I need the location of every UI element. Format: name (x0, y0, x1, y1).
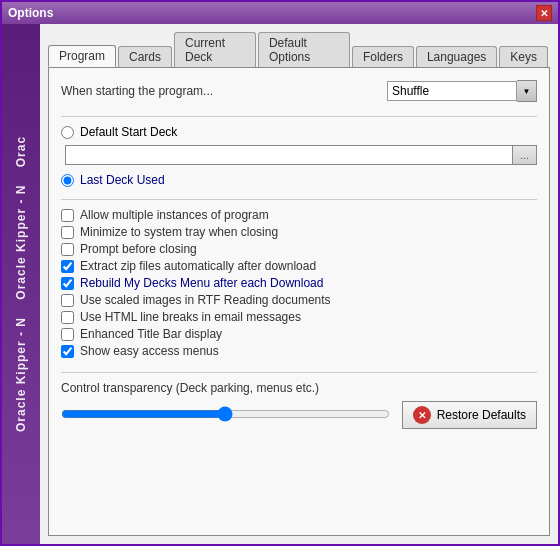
separator-1 (61, 116, 537, 117)
checkbox-html-breaks[interactable] (61, 311, 74, 324)
restore-defaults-label: Restore Defaults (437, 408, 526, 422)
options-window: Options ✕ Oracle Kipper - N Oracle Kippe… (0, 0, 560, 546)
radio-last-deck-row: Last Deck Used (61, 173, 537, 187)
radio-default-deck[interactable] (61, 126, 74, 139)
tab-languages[interactable]: Languages (416, 46, 497, 67)
browse-button[interactable]: ... (513, 145, 537, 165)
window-body: Oracle Kipper - N Oracle Kipper - N Orac… (2, 24, 558, 544)
deck-path-input[interactable] (65, 145, 513, 165)
checkbox-row-8: Show easy access menus (61, 344, 537, 358)
checkbox-label-3: Extract zip files automatically after do… (80, 259, 316, 273)
checkbox-label-7: Enhanced Title Bar display (80, 327, 222, 341)
restore-icon: ✕ (413, 406, 431, 424)
checkbox-easy-access[interactable] (61, 345, 74, 358)
radio-default-deck-label: Default Start Deck (80, 125, 177, 139)
checkbox-section: Allow multiple instances of program Mini… (61, 208, 537, 358)
separator-2 (61, 199, 537, 200)
checkbox-enhanced-titlebar[interactable] (61, 328, 74, 341)
radio-section: Default Start Deck ... Last Deck Used (61, 125, 537, 187)
transparency-slider[interactable] (61, 406, 390, 422)
checkbox-row-4: Rebuild My Decks Menu after each Downloa… (61, 276, 537, 290)
window-title: Options (8, 6, 53, 20)
title-bar: Options ✕ (2, 2, 558, 24)
checkbox-minimize-tray[interactable] (61, 226, 74, 239)
checkbox-row-0: Allow multiple instances of program (61, 208, 537, 222)
slider-wrapper (61, 406, 390, 425)
checkbox-row-3: Extract zip files automatically after do… (61, 259, 537, 273)
tab-cards[interactable]: Cards (118, 46, 172, 67)
checkbox-row-2: Prompt before closing (61, 242, 537, 256)
checkbox-row-6: Use HTML line breaks in email messages (61, 310, 537, 324)
tab-program[interactable]: Program (48, 45, 116, 67)
close-button[interactable]: ✕ (536, 5, 552, 21)
main-content: Program Cards Current Deck Default Optio… (40, 24, 558, 544)
checkbox-allow-multiple[interactable] (61, 209, 74, 222)
checkbox-row-7: Enhanced Title Bar display (61, 327, 537, 341)
sidebar: Oracle Kipper - N Oracle Kipper - N Orac (2, 24, 40, 544)
tab-keys[interactable]: Keys (499, 46, 548, 67)
startup-section: When starting the program... Shuffle No … (61, 80, 537, 102)
tab-current-deck[interactable]: Current Deck (174, 32, 256, 67)
radio-default-deck-row: Default Start Deck (61, 125, 537, 139)
checkbox-label-4: Rebuild My Decks Menu after each Downloa… (80, 276, 323, 290)
startup-dropdown[interactable]: Shuffle No Shuffle Random (387, 81, 517, 101)
tabs-bar: Program Cards Current Deck Default Optio… (48, 32, 550, 67)
checkbox-label-8: Show easy access menus (80, 344, 219, 358)
checkbox-label-6: Use HTML line breaks in email messages (80, 310, 301, 324)
tab-default-options[interactable]: Default Options (258, 32, 350, 67)
startup-label: When starting the program... (61, 84, 213, 98)
checkbox-prompt-close[interactable] (61, 243, 74, 256)
restore-defaults-button[interactable]: ✕ Restore Defaults (402, 401, 537, 429)
checkbox-row-1: Minimize to system tray when closing (61, 225, 537, 239)
radio-last-deck-label: Last Deck Used (80, 173, 165, 187)
checkbox-label-1: Minimize to system tray when closing (80, 225, 278, 239)
radio-last-deck[interactable] (61, 174, 74, 187)
checkbox-extract-zip[interactable] (61, 260, 74, 273)
startup-dropdown-wrapper: Shuffle No Shuffle Random ▼ (387, 80, 537, 102)
checkbox-label-2: Prompt before closing (80, 242, 197, 256)
dropdown-arrow-icon[interactable]: ▼ (517, 80, 537, 102)
checkbox-label-5: Use scaled images in RTF Reading documen… (80, 293, 331, 307)
transparency-row: ✕ Restore Defaults (61, 401, 537, 429)
checkbox-label-0: Allow multiple instances of program (80, 208, 269, 222)
bottom-section: Control transparency (Deck parking, menu… (61, 372, 537, 429)
tab-folders[interactable]: Folders (352, 46, 414, 67)
checkbox-row-5: Use scaled images in RTF Reading documen… (61, 293, 537, 307)
tab-content-program: When starting the program... Shuffle No … (48, 67, 550, 536)
sidebar-text: Oracle Kipper - N Oracle Kipper - N Orac (14, 136, 28, 432)
checkbox-rebuild-decks[interactable] (61, 277, 74, 290)
deck-path-row: ... (65, 145, 537, 165)
transparency-label: Control transparency (Deck parking, menu… (61, 381, 537, 395)
checkbox-scaled-images[interactable] (61, 294, 74, 307)
